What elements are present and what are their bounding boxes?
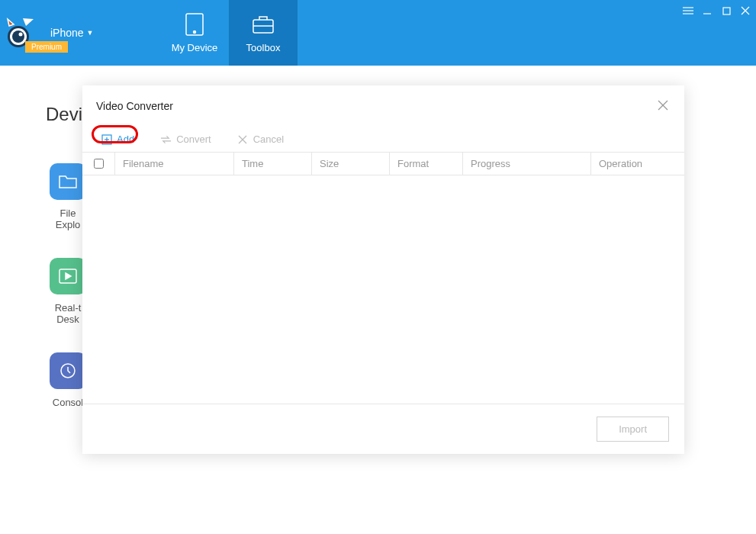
col-operation[interactable]: Operation [590, 153, 684, 175]
maximize-button[interactable] [718, 4, 735, 18]
tile-label: Desk [56, 314, 79, 325]
modal-title: Video Converter [96, 100, 173, 112]
convert-button[interactable]: Convert [153, 131, 219, 147]
tile-label: Real-t [55, 302, 82, 314]
tab-label: Toolbox [246, 42, 281, 53]
add-label: Add [117, 134, 134, 145]
device-selector[interactable]: iPhone ▼ [50, 27, 94, 39]
tile-label: Consol [53, 397, 83, 408]
svg-point-2 [12, 31, 24, 43]
col-filename[interactable]: Filename [114, 153, 233, 175]
svg-rect-12 [723, 8, 730, 14]
play-icon [50, 258, 86, 294]
premium-badge: Premium [25, 41, 68, 53]
tab-label: My Device [172, 42, 218, 53]
chevron-down-icon: ▼ [87, 29, 94, 37]
app-header: Premium iPhone ▼ My Device [0, 0, 756, 66]
col-time[interactable]: Time [233, 153, 311, 175]
minimize-button[interactable] [699, 4, 716, 18]
table-body [82, 175, 684, 404]
modal-header: Video Converter [82, 85, 684, 127]
tablet-icon [183, 13, 206, 36]
cancel-icon [237, 134, 249, 145]
svg-point-5 [194, 31, 196, 33]
cancel-button[interactable]: Cancel [230, 131, 291, 147]
tab-toolbox[interactable]: Toolbox [229, 0, 298, 66]
convert-label: Convert [176, 134, 211, 145]
video-converter-modal: Video Converter Add [82, 85, 684, 454]
folder-icon [50, 163, 86, 200]
close-button[interactable] [737, 4, 754, 18]
menu-icon[interactable] [680, 4, 696, 18]
device-label-text: iPhone [50, 27, 84, 39]
clock-icon [50, 352, 86, 389]
toolbox-icon [252, 13, 275, 36]
cancel-label: Cancel [253, 134, 284, 145]
close-icon[interactable] [657, 99, 671, 113]
modal-toolbar: Add Convert Cancel [82, 127, 684, 153]
plus-icon [101, 134, 112, 145]
svg-point-3 [19, 33, 23, 37]
logo-section: Premium iPhone ▼ [0, 0, 160, 66]
import-button[interactable]: Import [597, 417, 669, 442]
select-all-checkbox[interactable] [82, 159, 114, 169]
nav-tabs: My Device Toolbox [160, 0, 298, 66]
add-button[interactable]: Add [93, 131, 142, 147]
tab-my-device[interactable]: My Device [160, 0, 229, 66]
table-header: Filename Time Size Format Progress Opera… [82, 153, 684, 175]
modal-footer: Import [82, 404, 684, 454]
select-all-input[interactable] [94, 159, 104, 169]
window-controls [677, 0, 756, 21]
tile-label: File [60, 207, 76, 219]
tile-label: Explo [56, 219, 81, 230]
col-size[interactable]: Size [311, 153, 389, 175]
col-progress[interactable]: Progress [462, 153, 590, 175]
col-format[interactable]: Format [389, 153, 462, 175]
convert-icon [160, 134, 172, 145]
